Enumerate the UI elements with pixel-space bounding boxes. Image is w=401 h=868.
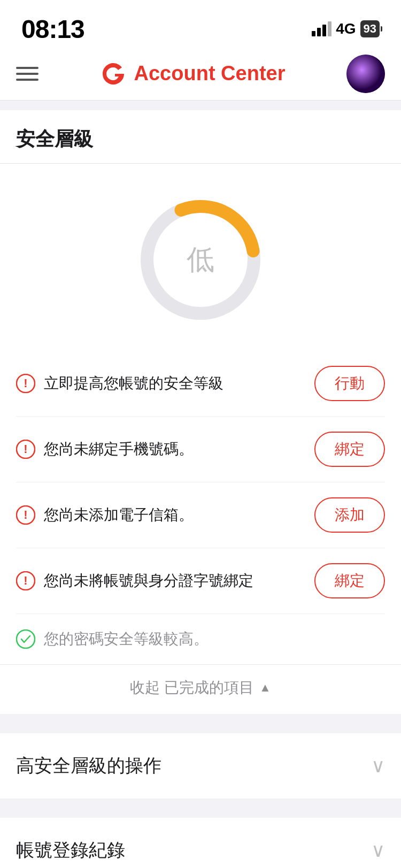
- status-bar: 08:13 4G 93: [0, 0, 401, 47]
- high-security-header[interactable]: 高安全層級的操作 ∨: [0, 733, 401, 798]
- login-history-title: 帳號登錄紀錄: [16, 838, 125, 863]
- avatar[interactable]: [346, 55, 385, 93]
- security-gauge: 低: [0, 164, 401, 351]
- security-boost-text: 立即提高您帳號的安全等級: [44, 373, 223, 394]
- collapse-arrow-icon: ▲: [259, 681, 271, 695]
- check-icon: [16, 629, 35, 649]
- security-title: 安全層級: [16, 128, 93, 150]
- section-divider-2: [0, 714, 401, 724]
- security-list: ! 立即提高您帳號的安全等級 行動 ! 您尚未綁定手機號碼。 綁定: [0, 351, 401, 664]
- garena-logo-icon: [100, 60, 127, 87]
- security-phone-text: 您尚未綁定手機號碼。: [44, 439, 194, 459]
- header-center: Account Center: [100, 60, 286, 87]
- signal-icon: [312, 21, 331, 36]
- svg-text:!: !: [24, 508, 27, 521]
- warning-icon: !: [16, 571, 35, 590]
- security-item-password: 您的密碼安全等級較高。: [16, 614, 385, 664]
- security-item-id: ! 您尚未將帳號與身分證字號綁定 綁定: [16, 548, 385, 614]
- phone-action-button[interactable]: 綁定: [314, 432, 385, 467]
- hamburger-icon: [16, 67, 38, 69]
- email-action-button[interactable]: 添加: [314, 497, 385, 533]
- svg-text:!: !: [24, 377, 27, 390]
- status-time: 08:13: [21, 14, 84, 44]
- high-security-title: 高安全層級的操作: [16, 754, 161, 778]
- security-item-email: ! 您尚未添加電子信箱。 添加: [16, 482, 385, 548]
- battery-indicator: 93: [360, 20, 380, 37]
- section-divider: [0, 101, 401, 110]
- svg-point-10: [17, 630, 35, 648]
- chevron-down-icon: ∨: [371, 755, 385, 777]
- chevron-down-icon: ∨: [371, 839, 385, 862]
- header: Account Center: [0, 47, 401, 101]
- security-id-text: 您尚未將帳號與身分證字號綁定: [44, 571, 253, 591]
- collapse-completed-button[interactable]: 收起 已完成的項目 ▲: [0, 664, 401, 714]
- login-history-accordion: 帳號登錄紀錄 ∨: [0, 818, 401, 868]
- security-email-text: 您尚未添加電子信箱。: [44, 505, 194, 525]
- gauge-wrapper: 低: [131, 190, 270, 329]
- security-card: 安全層級 低 ! 立即提高您帳號的安全等級 行動: [0, 110, 401, 714]
- gauge-label: 低: [187, 241, 214, 279]
- collapse-label: 收起 已完成的項目: [130, 678, 254, 698]
- svg-text:!: !: [24, 574, 27, 587]
- login-history-header[interactable]: 帳號登錄紀錄 ∨: [0, 818, 401, 868]
- security-item-boost: ! 立即提高您帳號的安全等級 行動: [16, 351, 385, 417]
- security-section-header: 安全層級: [0, 110, 401, 164]
- password-success-text: 您的密碼安全等級較高。: [44, 629, 209, 649]
- boost-action-button[interactable]: 行動: [314, 366, 385, 401]
- id-action-button[interactable]: 綁定: [314, 563, 385, 598]
- warning-icon: !: [16, 505, 35, 525]
- warning-icon: !: [16, 374, 35, 393]
- network-label: 4G: [336, 20, 356, 37]
- header-title: Account Center: [134, 62, 286, 85]
- svg-text:!: !: [24, 442, 27, 456]
- warning-icon: !: [16, 440, 35, 459]
- section-divider-3: [0, 798, 401, 808]
- status-icons: 4G 93: [312, 20, 380, 37]
- security-item-phone: ! 您尚未綁定手機號碼。 綁定: [16, 417, 385, 482]
- menu-button[interactable]: [16, 67, 38, 81]
- high-security-accordion: 高安全層級的操作 ∨: [0, 733, 401, 798]
